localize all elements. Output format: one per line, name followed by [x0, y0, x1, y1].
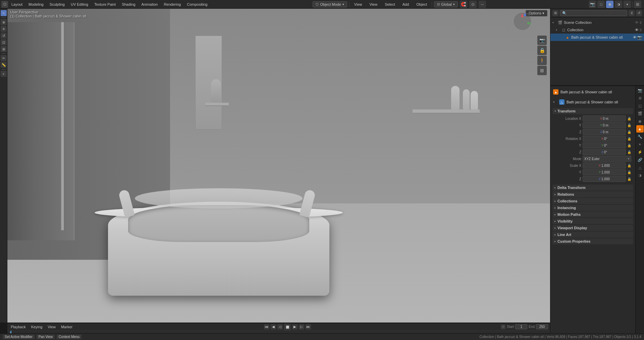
- jump-end-button[interactable]: ⏭: [306, 324, 311, 330]
- location-x-field[interactable]: X 0 m: [583, 115, 626, 122]
- viewport-lock-button[interactable]: 🔒: [537, 46, 547, 55]
- location-y-lock[interactable]: 🔒: [627, 124, 631, 127]
- viewport-display-header[interactable]: Viewport Display: [552, 225, 633, 231]
- tool-annotate[interactable]: ✏: [1, 55, 7, 61]
- outliner-scene-collection[interactable]: ▾ 🎬 Scene Collection 👁 ⊻: [550, 19, 644, 26]
- scale-x-field[interactable]: X 1.000: [583, 162, 626, 168]
- snap-toggle[interactable]: 🧲: [460, 1, 467, 8]
- instancing-header[interactable]: Instancing: [552, 205, 633, 211]
- prop-tab-output[interactable]: 🖥: [636, 94, 644, 102]
- menu-gis[interactable]: Object: [414, 2, 430, 7]
- menu-add[interactable]: Select: [382, 2, 398, 7]
- scale-z-lock[interactable]: 🔒: [627, 177, 631, 181]
- scene-filter-icon[interactable]: ⊻: [639, 20, 642, 25]
- rotation-x-lock[interactable]: 🔒: [627, 137, 631, 141]
- custom-properties-header[interactable]: Custom Properties: [552, 238, 633, 244]
- scale-y-lock[interactable]: 🔒: [627, 171, 631, 174]
- line-art-header[interactable]: Line Art: [552, 232, 633, 238]
- timeline-keying-menu[interactable]: Keying: [30, 325, 44, 329]
- prop-tab-world[interactable]: ◉: [636, 117, 644, 125]
- scale-y-field[interactable]: Y 1.000: [583, 169, 626, 175]
- prop-tab-constraints[interactable]: 🔗: [636, 156, 644, 163]
- viewport-camera-button[interactable]: 📷: [537, 36, 547, 45]
- rotation-z-lock[interactable]: 🔒: [627, 150, 631, 154]
- rotation-y-lock[interactable]: 🔒: [627, 144, 631, 147]
- menu-texture-paint[interactable]: Texture Paint: [92, 2, 118, 7]
- status-context-menu-button[interactable]: Context Menu: [57, 335, 82, 339]
- prop-tab-view-layer[interactable]: ◱: [636, 102, 644, 109]
- object-mode-selector[interactable]: ⬡ Object Mode ▾: [313, 1, 347, 7]
- rotation-x-field[interactable]: X 0°: [583, 136, 626, 142]
- collections-header[interactable]: Collections: [552, 198, 633, 204]
- menu-animation[interactable]: Animation: [139, 2, 161, 7]
- proportional-edit[interactable]: ⊙: [469, 1, 477, 8]
- collection-filter-icon[interactable]: ⊻: [639, 28, 642, 32]
- transform-tools[interactable]: ↔: [479, 1, 486, 8]
- viewport-walkthrough-button[interactable]: 🚶: [537, 56, 547, 65]
- tool-move[interactable]: ✛: [1, 26, 7, 32]
- end-frame-input[interactable]: 250: [536, 324, 548, 329]
- motion-paths-header[interactable]: Motion Paths: [552, 211, 633, 217]
- menu-view[interactable]: View: [352, 2, 365, 7]
- start-frame-input[interactable]: 1: [515, 324, 527, 329]
- main-viewport[interactable]: User Perspective (1) Collection | Bath j…: [7, 9, 550, 323]
- object-render-icon[interactable]: 📷: [637, 35, 642, 40]
- scale-z-field[interactable]: Z 1.000: [583, 176, 626, 182]
- tool-cursor[interactable]: ⊕: [1, 19, 7, 25]
- prop-tab-scene[interactable]: 🎬: [636, 110, 644, 117]
- rotation-z-field[interactable]: Z 0°: [583, 149, 626, 155]
- timeline-playback-menu[interactable]: Playback: [9, 325, 27, 329]
- play-reverse-button[interactable]: ◁: [277, 324, 283, 330]
- object-eye-icon[interactable]: 👁: [633, 35, 637, 39]
- tool-rotate[interactable]: ↺: [1, 33, 7, 39]
- scene-eye-icon[interactable]: 👁: [635, 20, 639, 25]
- menu-modeling[interactable]: Modeling: [26, 2, 46, 7]
- tool-add-object[interactable]: +: [1, 71, 7, 77]
- prev-frame-button[interactable]: ◀: [271, 324, 276, 330]
- prop-tab-physics[interactable]: ⚡: [636, 148, 644, 156]
- mesh-expand-arrow[interactable]: ▾: [553, 100, 557, 104]
- menu-rendering[interactable]: Rendering: [161, 2, 183, 7]
- relations-header[interactable]: Relations: [552, 191, 633, 197]
- render-settings[interactable]: 📷: [589, 1, 596, 8]
- viewport-gizmo[interactable]: X Y Z: [513, 12, 533, 32]
- rotation-mode-selector[interactable]: XYZ Euler ▾: [583, 156, 631, 162]
- delta-transform-header[interactable]: Delta Transform: [552, 185, 633, 191]
- collection-eye-icon[interactable]: 👁: [635, 28, 639, 32]
- viewport-shade-render[interactable]: ●: [624, 1, 631, 8]
- jump-start-button[interactable]: ⏮: [264, 324, 269, 330]
- outliner-search-input[interactable]: [560, 10, 627, 16]
- tool-measure[interactable]: 📏: [1, 62, 7, 68]
- tool-scale[interactable]: ⊡: [1, 39, 7, 45]
- viewport-shade-solid[interactable]: ◼: [606, 1, 613, 8]
- prop-tab-modifiers[interactable]: 🔧: [636, 133, 644, 140]
- location-x-lock[interactable]: 🔒: [627, 117, 631, 120]
- next-frame-button[interactable]: ▷: [299, 324, 304, 330]
- location-y-field[interactable]: Y 0 m: [583, 122, 626, 128]
- outliner-type-icon[interactable]: ⊞: [552, 10, 558, 16]
- menu-shading[interactable]: Shading: [119, 2, 138, 7]
- prop-tab-data[interactable]: △: [636, 164, 644, 171]
- menu-compositing[interactable]: Compositing: [184, 2, 210, 7]
- editor-type-selector[interactable]: ⊞: [634, 1, 641, 8]
- transform-pivot-selector[interactable]: ⊡ Global ▾: [434, 1, 458, 7]
- outliner-sync-icon[interactable]: ↺: [636, 10, 642, 16]
- outliner-filter-icon[interactable]: ⊻: [629, 10, 635, 16]
- outliner-collection[interactable]: ▾ ◻ Collection 👁 ⊻: [550, 26, 644, 34]
- menu-layout[interactable]: Layout: [9, 2, 25, 7]
- timeline-view-menu[interactable]: View: [46, 325, 57, 329]
- menu-uv-editing[interactable]: UV Editing: [68, 2, 91, 7]
- status-pan-view-button[interactable]: Pan View: [37, 335, 55, 339]
- scale-x-lock[interactable]: 🔒: [627, 164, 631, 167]
- visibility-header[interactable]: Visibility: [552, 218, 633, 224]
- viewport-shade-wire[interactable]: ◻: [597, 1, 605, 8]
- prop-tab-material[interactable]: ◑: [636, 172, 644, 179]
- prop-tab-particles[interactable]: ✦: [636, 141, 644, 148]
- location-z-lock[interactable]: 🔒: [627, 130, 631, 134]
- status-modifier-button[interactable]: Set Active Modifier: [3, 335, 35, 339]
- blender-icon[interactable]: ⬡: [1, 1, 8, 8]
- location-z-field[interactable]: Z 0 m: [583, 129, 626, 135]
- stop-button[interactable]: ⏹: [284, 324, 291, 330]
- viewport-ortho-button[interactable]: ⊞: [537, 66, 547, 75]
- prop-tab-render[interactable]: 📷: [636, 87, 644, 94]
